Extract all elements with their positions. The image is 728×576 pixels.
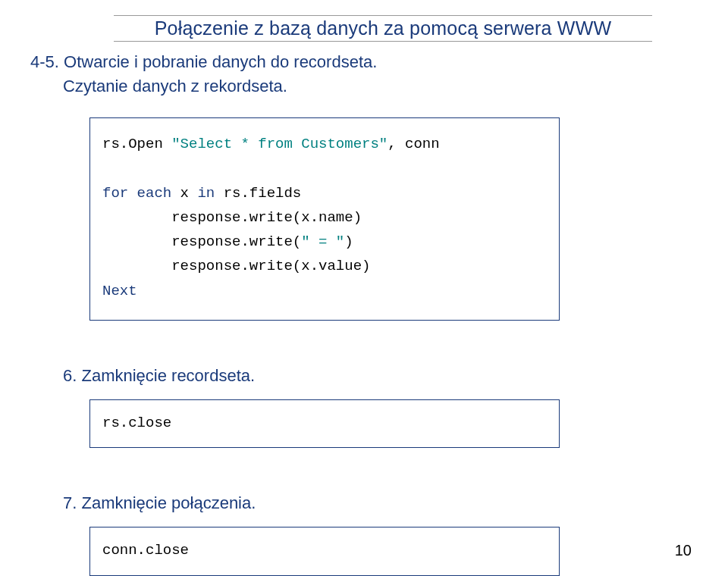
- code-text: rs.close: [102, 415, 171, 431]
- code-text: x: [171, 185, 197, 202]
- code-text: , conn: [388, 136, 439, 152]
- code-box-3: conn.close: [89, 527, 560, 575]
- code-keyword: for each: [102, 185, 171, 202]
- section-7-heading: 7. Zamknięcie połączenia.: [63, 493, 682, 513]
- code-box-2: rs.close: [89, 399, 560, 448]
- code-string: "Select * from Customers": [171, 136, 388, 152]
- slide-title: Połączenie z bazą danych za pomocą serwe…: [114, 17, 652, 39]
- code-keyword: Next: [102, 283, 137, 299]
- code-text: response.write(x.name): [102, 209, 362, 226]
- section-4-5-line1: 4-5. Otwarcie i pobranie danych do recor…: [30, 52, 682, 72]
- code-text: response.write(x.value): [102, 258, 370, 274]
- code-text: conn.close: [102, 542, 189, 559]
- code-text: rs.fields: [215, 185, 301, 202]
- code-keyword: in: [197, 185, 215, 202]
- page-number: 10: [675, 542, 692, 559]
- code-text: rs.Open: [102, 136, 171, 152]
- title-bar: Połączenie z bazą danych za pomocą serwe…: [114, 15, 652, 42]
- code-text: ): [344, 233, 353, 250]
- code-string: " = ": [301, 233, 344, 250]
- code-box-1: rs.Open "Select * from Customers", conn …: [89, 117, 560, 321]
- section-6-heading: 6. Zamknięcie recordseta.: [63, 366, 682, 386]
- code-text: response.write(: [102, 233, 301, 250]
- section-4-5-line2: Czytanie danych z rekordseta.: [63, 77, 682, 96]
